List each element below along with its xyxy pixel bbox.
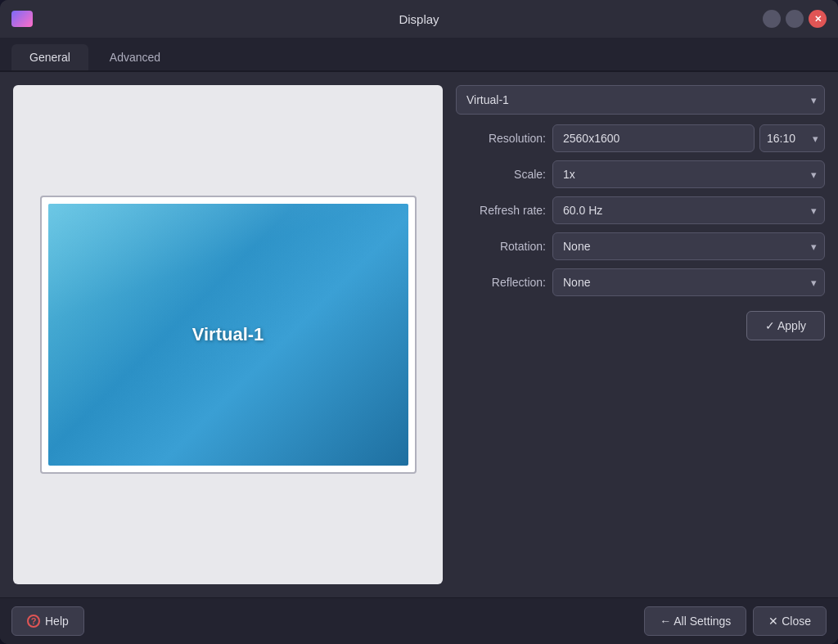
- monitor-screen: Virtual-1: [48, 204, 408, 466]
- tab-advanced[interactable]: Advanced: [92, 44, 178, 70]
- scale-control: 1x: [552, 160, 825, 188]
- resolution-control: 2560x1600 16:10: [552, 124, 825, 152]
- scale-label: Scale:: [456, 168, 546, 181]
- monitor-select-row: Virtual-1: [456, 85, 825, 115]
- window-controls: ✕: [763, 10, 827, 28]
- monitor-preview-label: Virtual-1: [192, 324, 264, 345]
- minimize-button[interactable]: [763, 10, 781, 28]
- resolution-row: Resolution: 2560x1600 16:10: [456, 124, 825, 152]
- monitor-panel: ℹ Virtual-1: [13, 85, 443, 584]
- monitor-selector-wrapper: Virtual-1: [456, 85, 825, 115]
- refresh-rate-control: 60.0 Hz: [552, 196, 825, 224]
- tab-bar: General Advanced: [0, 38, 838, 72]
- help-button[interactable]: ? Help: [11, 606, 84, 636]
- reflection-label: Reflection:: [456, 276, 546, 289]
- bottombar: ? Help ← All Settings ✕ Close: [0, 597, 838, 644]
- refresh-rate-row: Refresh rate: 60.0 Hz: [456, 196, 825, 224]
- close-window-button[interactable]: ✕: [809, 10, 827, 28]
- bottom-left: ? Help: [11, 606, 84, 636]
- all-settings-button[interactable]: ← All Settings: [644, 606, 746, 636]
- apply-row: ✓ Apply: [456, 311, 825, 340]
- rotation-control: None: [552, 232, 825, 260]
- settings-rows: Resolution: 2560x1600 16:10: [456, 124, 825, 296]
- help-icon: ?: [27, 615, 40, 628]
- bottom-right: ← All Settings ✕ Close: [644, 606, 827, 636]
- reflection-select[interactable]: None: [552, 268, 825, 296]
- refresh-rate-label: Refresh rate:: [456, 204, 546, 217]
- ratio-select[interactable]: 16:10: [759, 124, 825, 152]
- window-title: Display: [399, 12, 439, 26]
- display-window: Display ✕ General Advanced ℹ Virtual-1: [0, 0, 838, 644]
- reflection-row: Reflection: None: [456, 268, 825, 296]
- settings-panel: Virtual-1 Resolution: 2560x1600: [456, 85, 825, 584]
- refresh-rate-select[interactable]: 60.0 Hz: [552, 196, 825, 224]
- reflection-control: None: [552, 268, 825, 296]
- rotation-select[interactable]: None: [552, 232, 825, 260]
- scale-select[interactable]: 1x: [552, 160, 825, 188]
- apply-button[interactable]: ✓ Apply: [746, 311, 825, 340]
- resolution-select-wrapper: 2560x1600: [552, 124, 755, 152]
- tab-general[interactable]: General: [11, 44, 88, 70]
- monitor-selector[interactable]: Virtual-1: [456, 85, 825, 115]
- scale-row: Scale: 1x: [456, 160, 825, 188]
- main-content: ℹ Virtual-1 Virtual-1: [0, 72, 838, 597]
- maximize-button[interactable]: [786, 10, 804, 28]
- resolution-select[interactable]: 2560x1600: [552, 124, 755, 152]
- rotation-row: Rotation: None: [456, 232, 825, 260]
- close-button[interactable]: ✕ Close: [753, 606, 827, 636]
- rotation-label: Rotation:: [456, 240, 546, 253]
- titlebar: Display ✕: [0, 0, 838, 38]
- resolution-label: Resolution:: [456, 132, 546, 145]
- ratio-badge-wrapper: 16:10: [759, 124, 825, 152]
- monitor-preview-outer: ℹ Virtual-1: [40, 196, 417, 474]
- app-logo: [11, 11, 33, 27]
